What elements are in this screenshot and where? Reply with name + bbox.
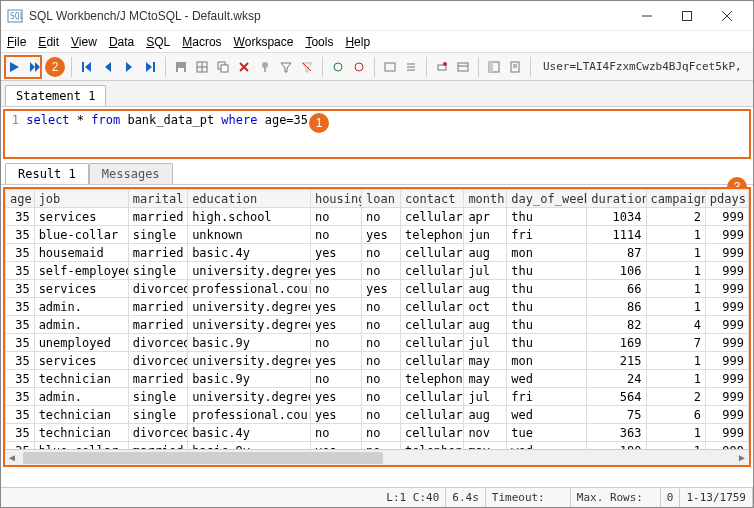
cell[interactable]: 999 xyxy=(705,244,748,262)
menu-view[interactable]: View xyxy=(71,35,97,49)
cell[interactable]: technician xyxy=(34,370,128,388)
table-row[interactable]: 35self-employedsingleuniversity.degreeye… xyxy=(6,262,749,280)
cell[interactable]: 1 xyxy=(646,352,705,370)
cell[interactable]: basic.4y xyxy=(188,424,311,442)
cell[interactable]: basic.9y xyxy=(188,370,311,388)
col-contact[interactable]: contact xyxy=(400,190,463,208)
cell[interactable]: 363 xyxy=(587,424,646,442)
clear-filter-icon[interactable] xyxy=(298,58,316,76)
cell[interactable]: 999 xyxy=(705,388,748,406)
cell[interactable]: no xyxy=(362,262,401,280)
cell[interactable]: married xyxy=(128,298,187,316)
cell[interactable]: cellular xyxy=(400,298,463,316)
cell[interactable]: 35 xyxy=(6,424,35,442)
cell[interactable]: no xyxy=(310,226,361,244)
cell[interactable]: no xyxy=(310,424,361,442)
cell[interactable]: university.degree xyxy=(188,262,311,280)
cell[interactable]: may xyxy=(464,352,507,370)
col-campaign[interactable]: campaign xyxy=(646,190,705,208)
menu-edit[interactable]: Edit xyxy=(38,35,59,49)
save-icon[interactable] xyxy=(172,58,190,76)
grid-icon[interactable] xyxy=(193,58,211,76)
cell[interactable]: 1 xyxy=(646,280,705,298)
cell[interactable]: telephone xyxy=(400,226,463,244)
cell[interactable]: university.degree xyxy=(188,298,311,316)
cell[interactable]: jul xyxy=(464,262,507,280)
cell[interactable]: mon xyxy=(507,244,587,262)
cell[interactable]: mon xyxy=(507,352,587,370)
cell[interactable]: aug xyxy=(464,406,507,424)
col-age[interactable]: age xyxy=(6,190,35,208)
cell[interactable]: no xyxy=(362,406,401,424)
cell[interactable]: 999 xyxy=(705,406,748,424)
rollback-icon[interactable] xyxy=(350,58,368,76)
cell[interactable]: 215 xyxy=(587,352,646,370)
cell[interactable]: 999 xyxy=(705,424,748,442)
cell[interactable]: no xyxy=(362,334,401,352)
cell[interactable]: university.degree xyxy=(188,352,311,370)
cell[interactable]: self-employed xyxy=(34,262,128,280)
explorer-icon[interactable] xyxy=(485,58,503,76)
cell[interactable]: 75 xyxy=(587,406,646,424)
cell[interactable]: technician xyxy=(34,406,128,424)
cell[interactable]: jul xyxy=(464,334,507,352)
cell[interactable]: 1114 xyxy=(587,226,646,244)
col-housing[interactable]: housing xyxy=(310,190,361,208)
cell[interactable]: 1 xyxy=(646,226,705,244)
cell[interactable]: jun xyxy=(464,226,507,244)
cell[interactable]: thu xyxy=(507,334,587,352)
col-marital[interactable]: marital xyxy=(128,190,187,208)
col-pdays[interactable]: pdays xyxy=(705,190,748,208)
cell[interactable]: 35 xyxy=(6,280,35,298)
cell[interactable]: 169 xyxy=(587,334,646,352)
cell[interactable]: 35 xyxy=(6,388,35,406)
close-button[interactable] xyxy=(707,1,747,31)
table-row[interactable]: 35techniciandivorcedbasic.4ynonocellular… xyxy=(6,424,749,442)
col-duration[interactable]: duration xyxy=(587,190,646,208)
cell[interactable]: divorced xyxy=(128,334,187,352)
cell[interactable]: 1 xyxy=(646,244,705,262)
cell[interactable]: 66 xyxy=(587,280,646,298)
list-icon[interactable] xyxy=(402,58,420,76)
cell[interactable]: fri xyxy=(507,388,587,406)
cell[interactable]: yes xyxy=(362,280,401,298)
cell[interactable]: 1 xyxy=(646,298,705,316)
cell[interactable]: cellular xyxy=(400,388,463,406)
cell[interactable]: services xyxy=(34,352,128,370)
cell[interactable]: cellular xyxy=(400,406,463,424)
commit-icon[interactable] xyxy=(329,58,347,76)
cell[interactable]: 1 xyxy=(646,424,705,442)
cell[interactable]: aug xyxy=(464,280,507,298)
cell[interactable]: aug xyxy=(464,316,507,334)
table-row[interactable]: 35admin.marrieduniversity.degreeyesnocel… xyxy=(6,316,749,334)
cell[interactable]: 35 xyxy=(6,208,35,226)
cell[interactable]: no xyxy=(362,388,401,406)
cell[interactable]: 35 xyxy=(6,298,35,316)
cell[interactable]: 999 xyxy=(705,352,748,370)
cell[interactable]: single xyxy=(128,262,187,280)
cell[interactable]: 35 xyxy=(6,316,35,334)
prev-button[interactable] xyxy=(99,58,117,76)
cell[interactable]: single xyxy=(128,406,187,424)
cell[interactable]: admin. xyxy=(34,298,128,316)
h-scrollbar[interactable]: ◄ ► xyxy=(5,449,749,465)
cell[interactable]: basic.9y xyxy=(188,334,311,352)
cell[interactable]: married xyxy=(128,370,187,388)
table-row[interactable]: 35techniciansingleprofessional.courseyes… xyxy=(6,406,749,424)
result-grid[interactable]: agejobmaritaleducationhousingloancontact… xyxy=(5,189,749,460)
cell[interactable]: no xyxy=(310,280,361,298)
cell[interactable]: unknown xyxy=(188,226,311,244)
cell[interactable]: admin. xyxy=(34,388,128,406)
cell[interactable]: 35 xyxy=(6,370,35,388)
cell[interactable]: 564 xyxy=(587,388,646,406)
db-icon[interactable] xyxy=(454,58,472,76)
menu-macros[interactable]: Macros xyxy=(182,35,221,49)
cell[interactable]: cellular xyxy=(400,352,463,370)
cell[interactable]: cellular xyxy=(400,280,463,298)
table-row[interactable]: 35servicesmarriedhigh.schoolnonocellular… xyxy=(6,208,749,226)
first-button[interactable] xyxy=(78,58,96,76)
cell[interactable]: 1034 xyxy=(587,208,646,226)
cell[interactable]: married xyxy=(128,244,187,262)
menu-workspace[interactable]: Workspace xyxy=(234,35,294,49)
cell[interactable]: 999 xyxy=(705,298,748,316)
